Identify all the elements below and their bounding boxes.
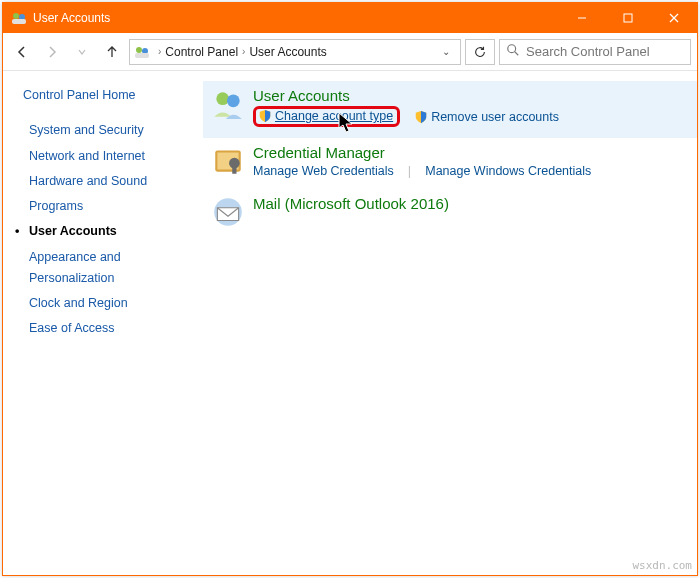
minimize-button[interactable] xyxy=(559,3,605,33)
sidebar-item-programs[interactable]: Programs xyxy=(29,196,193,217)
refresh-button[interactable] xyxy=(465,39,495,65)
breadcrumb-current[interactable]: User Accounts xyxy=(249,45,326,59)
svg-point-12 xyxy=(216,92,229,105)
link-label: Change account type xyxy=(275,109,393,123)
chevron-right-icon[interactable]: › xyxy=(158,46,161,57)
section-title[interactable]: Credential Manager xyxy=(253,144,687,161)
sidebar-item-ease-of-access[interactable]: Ease of Access xyxy=(29,318,193,339)
section-mail: Mail (Microsoft Outlook 2016) xyxy=(203,189,697,240)
section-user-accounts: User Accounts Change account type Remove… xyxy=(203,81,697,138)
user-accounts-icon xyxy=(211,87,245,121)
watermark: wsxdn.com xyxy=(632,559,692,572)
sidebar-home[interactable]: Control Panel Home xyxy=(23,85,193,106)
svg-point-13 xyxy=(227,94,240,107)
main-panel: User Accounts Change account type Remove… xyxy=(203,71,697,575)
sidebar-item-user-accounts[interactable]: User Accounts xyxy=(29,221,193,242)
manage-web-credentials-link[interactable]: Manage Web Credentials xyxy=(253,164,394,178)
address-bar: › Control Panel › User Accounts ⌄ Search… xyxy=(3,33,697,71)
svg-rect-17 xyxy=(232,166,236,173)
divider: | xyxy=(408,163,411,178)
section-title[interactable]: Mail (Microsoft Outlook 2016) xyxy=(253,195,687,212)
section-title[interactable]: User Accounts xyxy=(253,87,687,104)
sidebar-item-network[interactable]: Network and Internet xyxy=(29,146,193,167)
section-credential-manager: Credential Manager Manage Web Credential… xyxy=(203,138,697,189)
search-input[interactable]: Search Control Panel xyxy=(499,39,691,65)
shield-icon xyxy=(258,109,272,123)
user-accounts-icon xyxy=(134,44,150,60)
link-label: Remove user accounts xyxy=(431,110,559,124)
manage-windows-credentials-link[interactable]: Manage Windows Credentials xyxy=(425,164,591,178)
search-placeholder: Search Control Panel xyxy=(526,44,650,59)
svg-rect-4 xyxy=(624,14,632,22)
remove-user-accounts-link[interactable]: Remove user accounts xyxy=(414,110,559,124)
back-button[interactable] xyxy=(9,39,35,65)
breadcrumb[interactable]: › Control Panel › User Accounts ⌄ xyxy=(129,39,461,65)
breadcrumb-dropdown[interactable]: ⌄ xyxy=(436,46,456,57)
sidebar-item-system-security[interactable]: System and Security xyxy=(29,120,193,141)
sidebar: Control Panel Home System and Security N… xyxy=(3,71,203,575)
svg-rect-9 xyxy=(135,53,149,58)
sidebar-item-clock-region[interactable]: Clock and Region xyxy=(29,293,193,314)
maximize-button[interactable] xyxy=(605,3,651,33)
svg-point-10 xyxy=(508,45,516,53)
user-accounts-icon xyxy=(11,10,27,26)
content-area: Control Panel Home System and Security N… xyxy=(3,71,697,575)
svg-rect-2 xyxy=(12,19,26,24)
recent-dropdown-button[interactable] xyxy=(69,39,95,65)
svg-point-0 xyxy=(13,13,19,19)
chevron-right-icon[interactable]: › xyxy=(242,46,245,57)
window-title: User Accounts xyxy=(33,11,110,25)
window: User Accounts › Control Panel › User Acc… xyxy=(2,2,698,576)
up-button[interactable] xyxy=(99,39,125,65)
svg-point-7 xyxy=(136,47,142,53)
search-icon xyxy=(506,43,520,60)
shield-icon xyxy=(414,110,428,124)
svg-line-11 xyxy=(515,52,519,56)
breadcrumb-root[interactable]: Control Panel xyxy=(165,45,238,59)
forward-button[interactable] xyxy=(39,39,65,65)
sidebar-item-appearance[interactable]: Appearance and Personalization xyxy=(29,247,193,290)
credential-manager-icon xyxy=(211,144,245,178)
sidebar-item-hardware-sound[interactable]: Hardware and Sound xyxy=(29,171,193,192)
titlebar: User Accounts xyxy=(3,3,697,33)
change-account-type-link[interactable]: Change account type xyxy=(253,106,400,127)
close-button[interactable] xyxy=(651,3,697,33)
mail-icon xyxy=(211,195,245,229)
